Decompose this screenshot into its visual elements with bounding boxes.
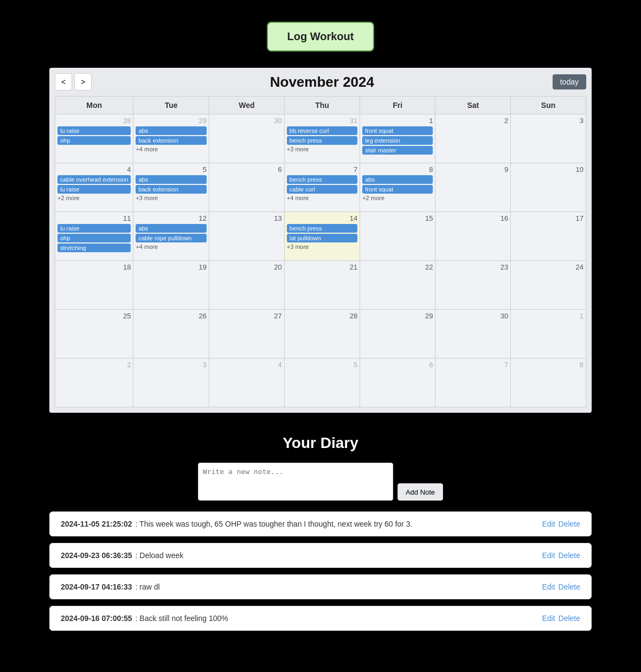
workout-pill[interactable]: abs	[136, 224, 207, 233]
calendar-cell[interactable]: 22	[360, 261, 435, 310]
calendar-cell[interactable]: 10	[511, 163, 586, 212]
calendar-week-3: 18192021222324	[55, 261, 586, 310]
calendar-cell[interactable]: 26	[133, 310, 209, 359]
calendar-cell[interactable]: 21	[284, 261, 360, 310]
workout-pill[interactable]: ohp	[57, 234, 131, 242]
calendar-cell[interactable]: 4	[209, 359, 284, 407]
calendar-cell[interactable]: 19	[133, 261, 209, 310]
workout-pill[interactable]: back extension	[136, 185, 207, 194]
calendar-cell[interactable]: 8absfront squat+2 more	[360, 163, 435, 212]
day-header-sun: Sun	[511, 97, 586, 114]
more-workouts-label[interactable]: +4 more	[136, 244, 207, 250]
diary-delete-link[interactable]: Delete	[559, 520, 580, 528]
today-button[interactable]: today	[553, 74, 586, 89]
calendar-cell[interactable]: 17	[511, 212, 586, 261]
next-month-button[interactable]: >	[74, 73, 92, 91]
date-number: 18	[57, 263, 131, 271]
workout-pill[interactable]: abs	[136, 175, 207, 184]
log-workout-button[interactable]: Log Workout	[267, 22, 375, 52]
diary-delete-link[interactable]: Delete	[559, 583, 580, 591]
more-workouts-label[interactable]: +4 more	[136, 146, 207, 152]
more-workouts-label[interactable]: +3 more	[287, 146, 357, 152]
diary-edit-link[interactable]: Edit	[542, 551, 555, 560]
calendar-cell[interactable]: 2	[55, 359, 133, 407]
calendar-cell[interactable]: 25	[55, 310, 133, 359]
diary-edit-link[interactable]: Edit	[542, 583, 555, 591]
workout-pill[interactable]: front squat	[362, 126, 433, 135]
workout-pill[interactable]: abs	[362, 175, 433, 184]
workout-pill[interactable]: front squat	[362, 185, 433, 194]
workout-pill[interactable]: bb reverse curl	[287, 126, 357, 135]
workout-pill[interactable]: bench press	[287, 224, 357, 233]
calendar-cell[interactable]: 30	[209, 114, 284, 163]
date-number: 2	[438, 117, 508, 125]
calendar-cell[interactable]: 27	[209, 310, 284, 359]
calendar-cell[interactable]: 7	[435, 359, 511, 407]
calendar-cell[interactable]: 8	[511, 359, 586, 407]
workout-pill[interactable]: bench press	[287, 175, 357, 184]
date-number: 29	[362, 312, 433, 320]
calendar-cell[interactable]: 4cable overhead extensionlu raise+2 more	[55, 163, 133, 212]
calendar-cell[interactable]: 5absback extension+3 more	[133, 163, 209, 212]
calendar-cell[interactable]: 5	[284, 359, 360, 407]
date-number: 29	[136, 117, 207, 125]
date-number: 4	[211, 361, 282, 369]
calendar-cell[interactable]: 31bb reverse curlbench press+3 more	[284, 114, 360, 163]
calendar-cell[interactable]: 24	[511, 261, 586, 310]
more-workouts-label[interactable]: +2 more	[57, 195, 131, 201]
calendar-cell[interactable]: 12abscable rope pulldown+4 more	[133, 212, 209, 261]
workout-pill[interactable]: cable rope pulldown	[136, 234, 207, 242]
workout-pill[interactable]: leg extension	[362, 136, 433, 145]
diary-edit-link[interactable]: Edit	[542, 614, 555, 623]
calendar-cell[interactable]: 6	[360, 359, 435, 407]
diary-edit-link[interactable]: Edit	[542, 520, 555, 528]
calendar-cell[interactable]: 18	[55, 261, 133, 310]
calendar-cell[interactable]: 7bench presscable curl+4 more	[284, 163, 360, 212]
diary-delete-link[interactable]: Delete	[559, 551, 580, 560]
workout-pill[interactable]: ohp	[57, 136, 131, 145]
workout-pill[interactable]: lat pulldown	[287, 234, 357, 242]
workout-pill[interactable]: stair master	[362, 146, 433, 155]
workout-pill[interactable]: cable overhead extension	[57, 175, 131, 184]
calendar-cell[interactable]: 3	[511, 114, 586, 163]
calendar-cell[interactable]: 28	[284, 310, 360, 359]
calendar-cell[interactable]: 1front squatleg extensionstair master	[360, 114, 435, 163]
workout-pill[interactable]: lu raise	[57, 185, 131, 194]
workout-pill[interactable]: abs	[136, 126, 207, 135]
diary-textarea[interactable]	[198, 463, 393, 501]
workout-pill[interactable]: lu raise	[57, 126, 131, 135]
calendar-cell[interactable]: 13	[209, 212, 284, 261]
calendar-cell[interactable]: 6	[209, 163, 284, 212]
calendar-cell[interactable]: 23	[435, 261, 511, 310]
calendar-cell[interactable]: 15	[360, 212, 435, 261]
calendar-cell[interactable]: 29	[360, 310, 435, 359]
calendar-cell[interactable]: 2	[435, 114, 511, 163]
date-number: 28	[287, 312, 357, 320]
more-workouts-label[interactable]: +3 more	[136, 195, 207, 201]
date-number: 8	[513, 361, 584, 369]
day-header-fri: Fri	[360, 97, 435, 114]
calendar-cell[interactable]: 20	[209, 261, 284, 310]
workout-pill[interactable]: back extension	[136, 136, 207, 145]
more-workouts-label[interactable]: +2 more	[362, 195, 433, 201]
add-note-button[interactable]: Add Note	[398, 483, 443, 501]
workout-pill[interactable]: lu raise	[57, 224, 131, 233]
workout-pill[interactable]: cable curl	[287, 185, 357, 194]
calendar-cell[interactable]: 28lu raiseohp	[55, 114, 133, 163]
calendar-cell[interactable]: 11lu raiseohpstretching	[55, 212, 133, 261]
prev-month-button[interactable]: <	[55, 73, 72, 91]
date-number: 15	[362, 214, 433, 222]
calendar-cell[interactable]: 30	[435, 310, 511, 359]
calendar-nav: < > November 2024 today	[55, 73, 586, 91]
calendar-cell[interactable]: 9	[435, 163, 511, 212]
workout-pill[interactable]: stretching	[57, 244, 131, 252]
diary-delete-link[interactable]: Delete	[559, 614, 580, 623]
more-workouts-label[interactable]: +3 more	[287, 244, 357, 250]
calendar-cell[interactable]: 29absback extension+4 more	[133, 114, 209, 163]
calendar-cell[interactable]: 14bench presslat pulldown+3 more	[284, 212, 360, 261]
calendar-cell[interactable]: 16	[435, 212, 511, 261]
calendar-cell[interactable]: 1	[511, 310, 586, 359]
workout-pill[interactable]: bench press	[287, 136, 357, 145]
calendar-cell[interactable]: 3	[133, 359, 209, 407]
more-workouts-label[interactable]: +4 more	[287, 195, 357, 201]
